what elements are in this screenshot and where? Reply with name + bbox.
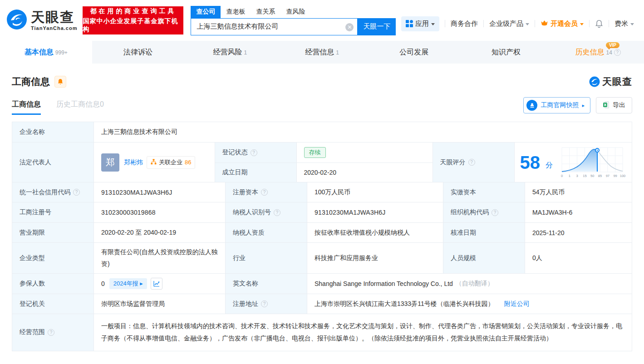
official-snapshot-button[interactable]: 工商官网快照 ▸ [523, 97, 590, 113]
tab-risk[interactable]: 经营风险1 [184, 41, 276, 64]
subtab-business-info[interactable]: 工商信息 [12, 100, 41, 115]
svg-text:3: 3 [576, 174, 578, 178]
promo-line1: 都在用的商业查询工具 [90, 7, 176, 15]
business-info-table: 企业名称 上海三鹅信息技术有限公司 法定代表人 郑 郑彬炜 关联企业 86 登记… [12, 122, 632, 351]
top-header: 天眼查 TianYanCha.com 都在用的商业查询工具 国家中小企业发展子基… [0, 0, 644, 41]
crown-icon [541, 20, 548, 28]
search-input[interactable] [191, 19, 357, 35]
monitor-bell-icon[interactable] [54, 76, 66, 88]
nearby-companies-link[interactable]: 附近公司 [504, 300, 530, 308]
tab-operation[interactable]: 经营信息1 [276, 41, 368, 64]
help-icon[interactable]: ? [73, 189, 80, 196]
help-icon[interactable]: ? [261, 189, 268, 196]
excel-icon [603, 101, 610, 110]
taxpayer-quality-value: 按征收率征收增值税小规模纳税人 [307, 223, 443, 243]
subtab-history-info[interactable]: 历史工商信息0 [56, 100, 104, 115]
nav-vip[interactable]: 开通会员 [541, 20, 584, 28]
legal-rep-value: 郑 郑彬炜 关联企业 86 [94, 143, 215, 182]
related-companies-badge[interactable]: 关联企业 86 [147, 156, 195, 169]
chevron-down-icon [630, 23, 634, 25]
reg-number-value: 310230003019868 [94, 202, 226, 223]
staff-size-label: 人员规模 [443, 243, 525, 274]
arrow-right-icon: ▸ [582, 103, 585, 108]
tab-history[interactable]: VIP 历史信息 14 ? [552, 41, 644, 64]
company-name-label: 企业名称 [12, 122, 94, 143]
chevron-down-icon [431, 23, 435, 25]
help-icon[interactable]: ? [614, 49, 621, 56]
tab-ip[interactable]: 知识产权 [460, 41, 552, 64]
established-value: 2020-02-20 [297, 163, 433, 182]
legal-rep-avatar[interactable]: 郑 [101, 153, 119, 172]
search-button[interactable]: 天眼一下 [358, 18, 396, 35]
english-name-label: 英文名称 [226, 274, 307, 294]
industry-label: 行业 [226, 243, 307, 274]
established-label: 成立日期 [215, 163, 297, 182]
scope-value: 一般项目：信息、计算机科技领域内的技术咨询、技术开发、技术转让和技术服务，文化艺… [94, 314, 632, 351]
help-icon[interactable]: ? [274, 209, 280, 216]
nav-cooperation[interactable]: 商务合作 [451, 20, 478, 28]
reg-capital-label: 注册资本? [226, 182, 307, 202]
credit-code-value: 91310230MA1JWA3H6J [94, 182, 226, 202]
chevron-down-icon [580, 23, 584, 25]
search-tab-risk[interactable]: 查风险 [280, 6, 310, 18]
score-label: 天眼评分? [433, 143, 515, 182]
registry-value: 崇明区市场监督管理局 [94, 294, 226, 314]
help-icon[interactable]: ? [251, 149, 257, 156]
legal-rep-label: 法定代表人 [12, 143, 94, 182]
paid-capital-value: 54万人民币 [525, 182, 632, 202]
insured-value: 0 2024年报 ▸ [94, 274, 226, 294]
search-tabs: 查公司 查老板 查关系 查风险 [191, 6, 396, 18]
help-icon[interactable]: ? [48, 329, 54, 336]
annual-report-link[interactable]: 2024年报 ▸ [109, 278, 147, 289]
watermark-text: 天眼查 [602, 75, 632, 88]
vip-badge: VIP [606, 42, 619, 48]
table-row: 企业名称 上海三鹅信息技术有限公司 [12, 122, 632, 143]
svg-text:50: 50 [590, 174, 594, 178]
search-area: 查公司 查老板 查关系 查风险 ✕ 天眼一下 [191, 6, 396, 35]
stamp-icon [526, 100, 537, 111]
taxpayer-id-label: 纳税人识别号? [226, 202, 307, 223]
table-row: 企业类型 有限责任公司(自然人投资或控股的法人独资) 行业 科技推广和应用服务业… [12, 243, 632, 274]
export-button[interactable]: 导出 [596, 97, 632, 113]
tab-legal[interactable]: 法律诉讼 [92, 41, 184, 64]
help-icon[interactable]: ? [468, 159, 475, 166]
clear-search-icon[interactable]: ✕ [345, 23, 354, 31]
apps-menu[interactable]: 应用 [401, 16, 439, 31]
legal-rep-link[interactable]: 郑彬炜 [124, 158, 143, 167]
tianyancha-logo[interactable]: 天眼查 TianYanCha.com [6, 9, 77, 32]
table-row: 登记机关 崇明区市场监督管理局 注册地址? 上海市崇明区长兴镇江南大道1333弄… [12, 294, 632, 314]
term-label: 营业期限 [12, 223, 94, 243]
org-chart-icon [151, 159, 157, 166]
main-tabbar: 基本信息999+ 法律诉讼 经营风险1 经营信息1 公司发展 知识产权 VIP … [0, 41, 644, 64]
help-icon[interactable]: ? [261, 300, 268, 307]
org-code-label: 组织机构代码? [443, 202, 525, 223]
address-value: 上海市崇明区长兴镇江南大道1333弄11号楼（临港长兴科技园） 附近公司 [307, 294, 632, 314]
table-row: 参保人数 0 2024年报 ▸ 英文名称 Shanghai Sange Info… [12, 274, 632, 294]
tab-basic-info[interactable]: 基本信息999+ [0, 41, 92, 64]
promo-line2: 国家中小企业发展子基金旗下机构 [83, 17, 183, 34]
english-name-value: Shanghai Sange Information Technology Co… [307, 274, 632, 294]
notification-bell-icon[interactable] [595, 20, 603, 28]
score-number: 58 [520, 153, 541, 172]
user-menu[interactable]: 费米 [615, 20, 634, 28]
nav-enterprise[interactable]: 企业级产品 [489, 20, 529, 28]
company-name-value: 上海三鹅信息技术有限公司 [94, 122, 632, 143]
trend-chart-icon[interactable] [151, 278, 162, 290]
company-type-value: 有限责任公司(自然人投资或控股的法人独资) [94, 243, 226, 274]
reg-number-label: 工商注册号 [12, 202, 94, 223]
search-tab-relation[interactable]: 查关系 [251, 6, 280, 18]
auto-translate-note: （自动翻译） [456, 280, 494, 288]
reg-capital-value: 100万人民币 [307, 182, 443, 202]
svg-text:1: 1 [569, 174, 570, 178]
staff-size-value: 0人 [525, 243, 632, 274]
taxpayer-id-value: 91310230MA1JWA3H6J [307, 202, 443, 223]
search-tab-boss[interactable]: 查老板 [221, 6, 251, 18]
credit-code-label: 统一社会信用代码? [12, 182, 94, 202]
tab-development[interactable]: 公司发展 [368, 41, 460, 64]
table-row: 工商注册号 310230003019868 纳税人识别号? 91310230MA… [12, 202, 632, 223]
help-icon[interactable]: ? [492, 209, 498, 216]
search-tab-company[interactable]: 查公司 [191, 6, 221, 18]
taxpayer-quality-label: 纳税人资质 [226, 223, 307, 243]
insured-label: 参保人数 [12, 274, 94, 294]
org-code-value: MA1JWA3H-6 [525, 202, 632, 223]
